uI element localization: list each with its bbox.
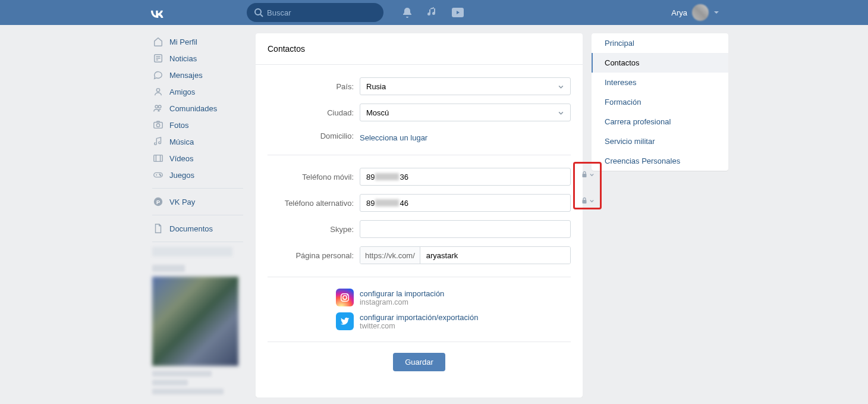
divider bbox=[268, 277, 571, 277]
country-select[interactable]: Rusia bbox=[360, 77, 571, 95]
nav-contactos[interactable]: Contactos bbox=[592, 53, 728, 73]
sidebar-item-communities[interactable]: Comunidades bbox=[149, 100, 247, 117]
vkpay-icon: P bbox=[152, 196, 164, 208]
url-prefix: https://vk.com/ bbox=[360, 247, 420, 264]
instagram-domain: instagram.com bbox=[360, 298, 444, 306]
games-icon bbox=[152, 169, 164, 181]
communities-icon bbox=[152, 102, 164, 114]
sidebar-placeholder bbox=[152, 247, 232, 256]
alt-phone-input[interactable]: 8946 bbox=[360, 194, 571, 212]
svg-point-26 bbox=[347, 295, 348, 296]
sidebar-item-label: Noticias bbox=[169, 54, 197, 63]
privacy-toggle-alt[interactable] bbox=[581, 197, 595, 204]
notifications-icon[interactable] bbox=[401, 7, 413, 18]
divider bbox=[268, 155, 571, 155]
svg-rect-10 bbox=[154, 123, 162, 129]
chevron-down-icon bbox=[589, 198, 595, 203]
sidebar-item-label: Comunidades bbox=[169, 104, 217, 113]
sidebar-divider bbox=[152, 188, 243, 189]
mobile-input[interactable]: 8936 bbox=[360, 168, 571, 186]
skype-input[interactable] bbox=[360, 220, 571, 238]
svg-line-1 bbox=[260, 14, 263, 17]
svg-rect-23 bbox=[583, 200, 587, 203]
search-icon bbox=[254, 8, 263, 17]
chevron-down-icon bbox=[558, 83, 564, 90]
sidebar-item-label: Mi Perfil bbox=[169, 37, 197, 46]
vk-logo-icon[interactable] bbox=[149, 8, 165, 18]
nav-principal[interactable]: Principal bbox=[592, 33, 728, 53]
twitter-import-link[interactable]: configurar importación/exportación bbox=[360, 313, 478, 322]
photos-icon bbox=[152, 119, 164, 131]
settings-side-nav: Principal Contactos Intereses Formación … bbox=[592, 33, 728, 171]
svg-point-18 bbox=[159, 174, 160, 174]
sidebar-placeholder bbox=[152, 389, 224, 394]
sidebar-item-vkpay[interactable]: P VK Pay bbox=[149, 193, 247, 210]
sidebar-item-news[interactable]: Noticias bbox=[149, 50, 247, 67]
sidebar-item-photos[interactable]: Fotos bbox=[149, 117, 247, 133]
nav-carrera[interactable]: Carrera profesional bbox=[592, 112, 728, 131]
sidebar-item-label: Documentos bbox=[169, 224, 213, 233]
chevron-down-icon bbox=[713, 10, 719, 15]
redacted bbox=[375, 199, 399, 206]
page-title: Contactos bbox=[256, 33, 583, 65]
privacy-toggle-mobile[interactable] bbox=[581, 171, 595, 178]
city-select[interactable]: Moscú bbox=[360, 104, 571, 121]
svg-rect-22 bbox=[583, 174, 587, 177]
divider bbox=[268, 342, 571, 342]
twitter-icon bbox=[336, 312, 354, 330]
sidebar-item-music[interactable]: Música bbox=[149, 133, 247, 150]
sidebar-item-profile[interactable]: Mi Perfil bbox=[149, 33, 247, 50]
select-location-link[interactable]: Selecciona un lugar bbox=[360, 133, 427, 142]
svg-point-25 bbox=[343, 296, 347, 299]
sidebar-item-label: Música bbox=[169, 137, 194, 146]
music-icon[interactable] bbox=[426, 7, 438, 18]
nav-creencias[interactable]: Creencias Personales bbox=[592, 151, 728, 171]
save-button[interactable]: Guardar bbox=[393, 353, 445, 371]
sidebar-item-label: Vídeos bbox=[169, 154, 193, 163]
nav-intereses[interactable]: Intereses bbox=[592, 73, 728, 92]
nav-servicio-militar[interactable]: Servicio militar bbox=[592, 131, 728, 151]
instagram-icon bbox=[336, 289, 354, 306]
video-icon[interactable] bbox=[451, 7, 464, 18]
instagram-import-link[interactable]: configurar la importación bbox=[360, 289, 444, 298]
sidebar-item-label: VK Pay bbox=[169, 198, 195, 206]
label-skype: Skype: bbox=[268, 225, 360, 234]
avatar bbox=[692, 4, 709, 21]
label-mobile: Teléfono móvil: bbox=[268, 173, 360, 181]
sidebar-ad-image[interactable] bbox=[152, 277, 238, 366]
sidebar-item-documents[interactable]: Documentos bbox=[149, 220, 247, 237]
sidebar-item-messages[interactable]: Mensajes bbox=[149, 67, 247, 83]
personal-page-input[interactable] bbox=[420, 247, 570, 264]
sidebar-item-label: Amigos bbox=[169, 87, 195, 96]
friends-icon bbox=[152, 86, 164, 98]
label-alt-phone: Teléfono alternativo: bbox=[268, 199, 360, 208]
nav-formacion[interactable]: Formación bbox=[592, 92, 728, 112]
user-name: Arya bbox=[671, 8, 687, 17]
svg-point-11 bbox=[156, 124, 159, 127]
label-personal-page: Página personal: bbox=[268, 251, 360, 260]
messages-icon bbox=[152, 69, 164, 81]
lock-icon bbox=[581, 171, 588, 178]
sidebar-item-games[interactable]: Juegos bbox=[149, 167, 247, 183]
music-icon bbox=[152, 136, 164, 148]
label-city: Ciudad: bbox=[268, 108, 360, 117]
sidebar-divider bbox=[152, 215, 243, 215]
contacts-panel: Contactos País: Rusia Ciudad: Moscú bbox=[256, 33, 583, 397]
videos-icon bbox=[152, 152, 164, 164]
lock-icon bbox=[581, 197, 588, 204]
sidebar-placeholder bbox=[152, 265, 185, 272]
sidebar-item-friends[interactable]: Amigos bbox=[149, 83, 247, 100]
documents-icon bbox=[152, 223, 164, 234]
sidebar-item-label: Juegos bbox=[169, 171, 194, 180]
user-menu[interactable]: Arya bbox=[671, 4, 719, 21]
chevron-down-icon bbox=[558, 109, 564, 116]
home-icon bbox=[152, 36, 164, 48]
top-header: Arya bbox=[0, 0, 868, 25]
chevron-down-icon bbox=[589, 172, 595, 177]
svg-point-7 bbox=[156, 89, 159, 92]
search-input[interactable] bbox=[247, 3, 383, 22]
sidebar-item-label: Mensajes bbox=[169, 71, 203, 80]
redacted bbox=[375, 173, 399, 180]
left-sidebar: Mi Perfil Noticias Mensajes Amigos Comun… bbox=[149, 33, 247, 397]
sidebar-item-videos[interactable]: Vídeos bbox=[149, 150, 247, 167]
